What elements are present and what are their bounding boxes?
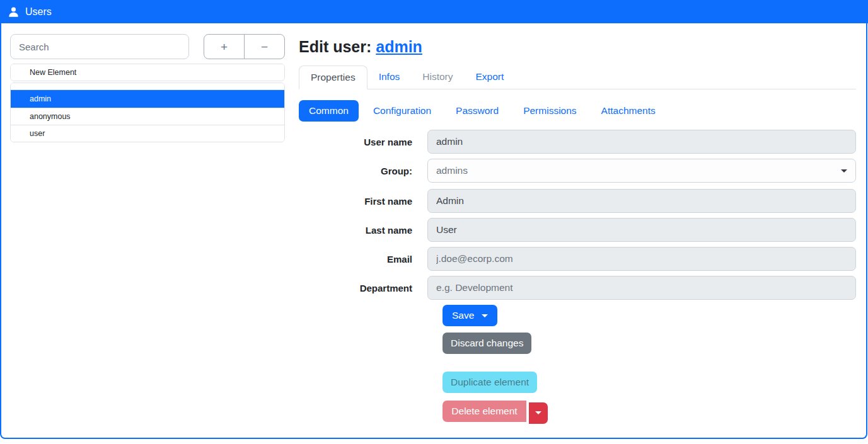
tab-history: History (411, 65, 464, 89)
caret-down-icon (535, 411, 541, 414)
add-element-button[interactable]: + (204, 34, 245, 59)
list-item-user[interactable]: user (11, 125, 284, 142)
group-select[interactable]: admins (427, 159, 856, 183)
list-item-admin[interactable]: admin (11, 89, 284, 108)
add-remove-button-group: + − (204, 34, 285, 59)
caret-down-icon (482, 314, 488, 317)
action-buttons: Save Discard changes Duplicate element D… (443, 305, 856, 424)
list-item-new-element[interactable]: New Element (11, 64, 284, 81)
user-icon (8, 6, 20, 18)
duplicate-element-button: Duplicate element (443, 372, 537, 393)
top-navbar: Users (0, 0, 868, 23)
pill-configuration[interactable]: Configuration (363, 100, 441, 122)
form-row-firstname: First name (299, 189, 856, 213)
firstname-input (427, 189, 856, 213)
main-panel: Edit user: admin Properties Infos Histor… (299, 34, 856, 438)
department-field (427, 276, 856, 300)
new-element-list: New Element (10, 64, 285, 81)
sidebar: + − New Element admin anonymous user (10, 34, 285, 438)
group-label: Group: (299, 166, 427, 176)
username-label: User name (299, 137, 427, 147)
save-button[interactable]: Save (443, 305, 497, 326)
edited-user-link[interactable]: admin (376, 38, 422, 55)
app-title: Users (25, 6, 52, 18)
email-field (427, 247, 856, 271)
tab-export[interactable]: Export (465, 65, 516, 89)
form-row-department: Department (299, 276, 856, 300)
page-title: Edit user: admin (299, 38, 856, 56)
department-label: Department (299, 283, 427, 293)
form-row-email: Email (299, 247, 856, 271)
form-row-group: Group: admins (299, 159, 856, 183)
pill-attachments[interactable]: Attachments (591, 100, 666, 122)
pill-permissions[interactable]: Permissions (513, 100, 586, 122)
search-input[interactable] (10, 34, 189, 59)
section-pills: Common Configuration Password Permission… (299, 100, 856, 122)
group-select-value: admins (436, 165, 468, 176)
pill-common[interactable]: Common (299, 100, 359, 122)
discard-changes-button[interactable]: Discard changes (443, 333, 531, 354)
content-container: + − New Element admin anonymous user Edi… (0, 23, 867, 439)
remove-element-button[interactable]: − (244, 34, 285, 59)
save-button-label: Save (452, 310, 474, 321)
main-tabs: Properties Infos History Export (299, 65, 856, 89)
list-item-empty (11, 83, 284, 89)
delete-dropdown-toggle[interactable] (529, 402, 548, 424)
lastname-input (427, 218, 856, 242)
list-item-anonymous[interactable]: anonymous (11, 108, 284, 125)
form-row-username: User name (299, 130, 856, 154)
form-row-lastname: Last name (299, 218, 856, 242)
delete-element-button: Delete element (443, 401, 526, 422)
pill-password[interactable]: Password (446, 100, 509, 122)
firstname-label: First name (299, 196, 427, 207)
delete-button-group: Delete element (443, 401, 856, 424)
page-title-prefix: Edit user: (299, 38, 376, 55)
user-list: admin anonymous user (10, 83, 285, 142)
tab-properties[interactable]: Properties (299, 65, 367, 89)
chevron-down-icon (841, 169, 847, 173)
sidebar-toolbar: + − (10, 34, 285, 59)
tab-infos[interactable]: Infos (367, 65, 412, 89)
lastname-label: Last name (299, 225, 427, 236)
email-label: Email (299, 254, 427, 265)
username-input (427, 130, 856, 154)
user-form: User name Group: admins First name Last … (299, 130, 856, 424)
